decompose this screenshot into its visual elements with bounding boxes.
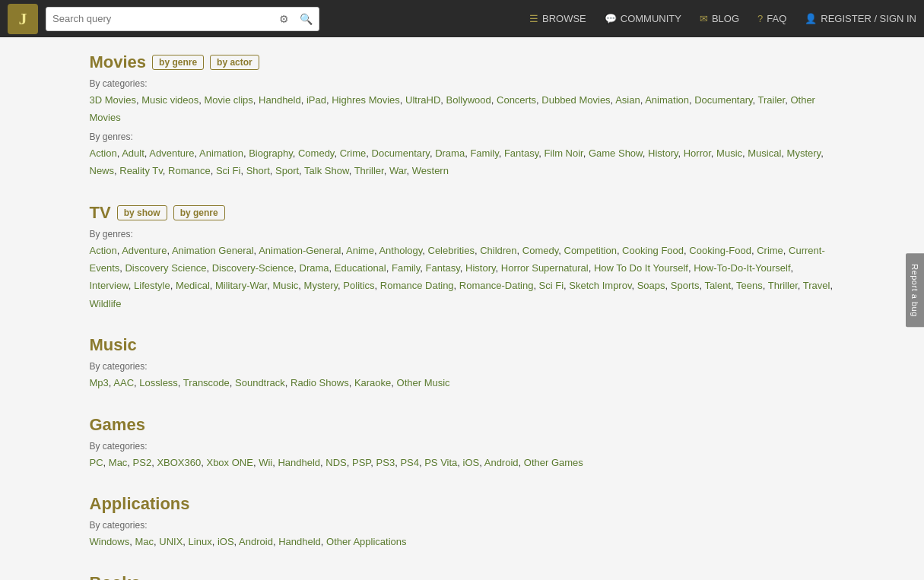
category-link[interactable]: Concerts [497, 94, 536, 106]
category-link[interactable]: Android [484, 457, 519, 468]
category-link[interactable]: Animation [199, 147, 243, 159]
category-link[interactable]: Music [272, 280, 298, 291]
category-link[interactable]: Celebrities [428, 245, 475, 256]
category-link[interactable]: Romance Dating [380, 280, 454, 291]
category-link[interactable]: Movie clips [205, 94, 253, 106]
category-link[interactable]: Windows [90, 536, 130, 547]
category-link[interactable]: Competition [564, 245, 617, 256]
category-link[interactable]: Sketch Improv [569, 280, 631, 291]
category-link[interactable]: Game Show [589, 147, 643, 159]
category-link[interactable]: Anime [346, 245, 374, 256]
category-link[interactable]: Animation-General [259, 245, 341, 256]
category-link[interactable]: Soaps [637, 280, 665, 291]
category-link[interactable]: Karaoke [354, 377, 391, 388]
category-link[interactable]: Short [246, 165, 270, 176]
category-link[interactable]: Cooking-Food [689, 245, 751, 256]
category-link[interactable]: Sport [275, 165, 299, 176]
category-link[interactable]: Biography [249, 147, 293, 159]
category-link[interactable]: iPad [306, 94, 326, 106]
category-link[interactable]: PS3 [376, 457, 395, 468]
category-link[interactable]: Adventure [149, 147, 194, 159]
category-link[interactable]: PSP [352, 457, 370, 468]
category-link[interactable]: Lossless [139, 377, 178, 388]
category-link[interactable]: Lifestyle [134, 280, 170, 291]
nav-browse[interactable]: ☰ BROWSE [529, 13, 586, 24]
category-link[interactable]: Action [90, 147, 117, 159]
category-link[interactable]: Mystery [787, 147, 821, 159]
category-link[interactable]: UNIX [159, 536, 183, 547]
category-link[interactable]: Animation General [172, 245, 254, 256]
category-link[interactable]: Adult [122, 147, 144, 159]
category-link[interactable]: Horror Supernatural [501, 262, 589, 274]
category-link[interactable]: Action [90, 245, 117, 256]
category-link[interactable]: PC [90, 457, 103, 468]
search-input[interactable] [46, 13, 275, 24]
category-link[interactable]: iOS [463, 457, 480, 468]
category-link[interactable]: Family [392, 262, 420, 274]
nav-register[interactable]: 👤 REGISTER / SIGN IN [805, 13, 916, 24]
category-link[interactable]: War [389, 165, 407, 176]
category-link[interactable]: Fantasy [504, 147, 538, 159]
category-link[interactable]: Highres Movies [332, 94, 400, 106]
category-link[interactable]: Handheld [278, 457, 320, 468]
category-link[interactable]: Handheld [278, 536, 321, 547]
category-link[interactable]: Dubbed Movies [541, 94, 610, 106]
category-link[interactable]: XBOX360 [157, 457, 201, 468]
category-link[interactable]: Military-War [215, 280, 267, 291]
category-link[interactable]: Mp3 [90, 377, 109, 388]
logo[interactable]: J [8, 4, 38, 34]
category-link[interactable]: Music [716, 147, 742, 159]
category-link[interactable]: Other Games [524, 457, 583, 468]
category-link[interactable]: Drama [300, 262, 329, 274]
tag-by-actor[interactable]: by actor [210, 55, 259, 70]
category-link[interactable]: Music videos [141, 94, 198, 106]
category-link[interactable]: Wii [259, 457, 272, 468]
category-link[interactable]: Linux [189, 536, 212, 547]
category-link[interactable]: Transcode [183, 377, 230, 388]
nav-community[interactable]: 💬 COMMUNITY [605, 13, 681, 24]
category-link[interactable]: How-To-Do-It-Yourself [694, 262, 790, 274]
category-link[interactable]: Sci Fi [539, 280, 564, 291]
category-link[interactable]: Medical [176, 280, 210, 291]
category-link[interactable]: Asian [615, 94, 640, 106]
category-link[interactable]: Film Noir [544, 147, 583, 159]
category-link[interactable]: Politics [343, 280, 374, 291]
category-link[interactable]: Other Applications [326, 536, 407, 547]
category-link[interactable]: Teens [736, 280, 763, 291]
category-link[interactable]: Thriller [354, 165, 384, 176]
category-link[interactable]: Mac [109, 457, 128, 468]
category-link[interactable]: UltraHD [405, 94, 440, 106]
category-link[interactable]: Comedy [298, 147, 334, 159]
category-link[interactable]: PS2 [133, 457, 152, 468]
category-link[interactable]: PS Vita [424, 457, 457, 468]
category-link[interactable]: AAC [113, 377, 134, 388]
category-link[interactable]: Travel [803, 280, 830, 291]
category-link[interactable]: News [90, 165, 115, 176]
category-link[interactable]: Soundtrack [235, 377, 285, 388]
category-link[interactable]: Musical [748, 147, 781, 159]
category-link[interactable]: Documentary [372, 147, 430, 159]
category-link[interactable]: Interview [90, 280, 129, 291]
search-button[interactable]: 🔍 [294, 13, 319, 25]
category-link[interactable]: Educational [335, 262, 386, 274]
category-link[interactable]: Wildlife [90, 298, 122, 309]
category-link[interactable]: NDS [325, 457, 346, 468]
category-link[interactable]: Thriller [768, 280, 798, 291]
category-link[interactable]: Anthology [379, 245, 422, 256]
category-link[interactable]: Handheld [259, 94, 301, 106]
category-link[interactable]: Sports [671, 280, 700, 291]
category-link[interactable]: Mac [135, 536, 154, 547]
category-link[interactable]: Adventure [122, 245, 167, 256]
category-link[interactable]: iOS [218, 536, 234, 547]
category-link[interactable]: Documentary [694, 94, 752, 106]
category-link[interactable]: Western [412, 165, 449, 176]
category-link[interactable]: Bollywood [446, 94, 491, 106]
category-link[interactable]: Cooking Food [622, 245, 684, 256]
category-link[interactable]: Drama [435, 147, 465, 159]
category-link[interactable]: Fantasy [426, 262, 460, 274]
category-link[interactable]: Children [480, 245, 516, 256]
category-link[interactable]: Talent [704, 280, 731, 291]
category-link[interactable]: Romance [168, 165, 211, 176]
category-link[interactable]: Animation [645, 94, 689, 106]
category-link[interactable]: Talk Show [304, 165, 349, 176]
